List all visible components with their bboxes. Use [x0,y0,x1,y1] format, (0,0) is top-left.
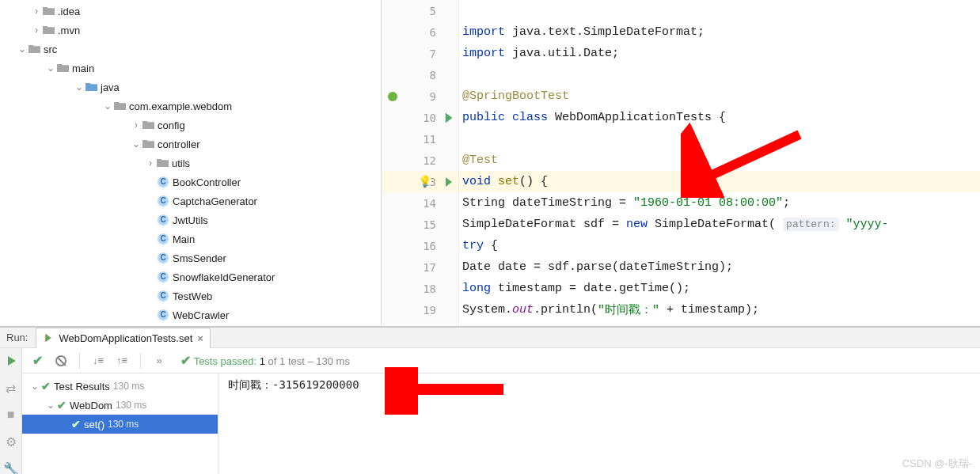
more-button[interactable]: » [150,352,168,370]
code-editor[interactable]: 5 6 7 8 9 10 11 12 13 14 15 16 17 18 19 … [382,0,980,326]
toggle-button[interactable]: ⇄ [3,380,19,396]
tree-node-mvn[interactable]: ›.mvn [0,21,381,40]
test-method-node[interactable]: ✔set()130 ms [22,415,218,434]
tree-file[interactable]: Main [0,229,381,248]
watermark: CSDN @-耿瑞- [902,457,972,471]
run-left-toolbar: ⇄ ■ ⚙ 🔧 [0,348,22,474]
run-method-icon[interactable] [443,176,455,188]
bulb-icon[interactable]: 💡 [418,175,431,188]
tree-file[interactable]: JwtUtils [0,210,381,229]
tree-node-config[interactable]: ›config [0,116,381,135]
param-hint: pattern: [783,218,838,231]
code-content[interactable]: import java.text.SimpleDateFormat; impor… [459,0,980,326]
test-toolbar: ✔ ↓≡ ↑≡ » ✔ Tests passed: 1 of 1 test – … [22,348,980,374]
project-tree: ›.idea ›.mvn ⌄src ⌄main ⌄java ⌄com.examp… [0,0,382,326]
test-status: ✔ Tests passed: 1 of 1 test – 130 ms [180,353,350,368]
tree-node-main[interactable]: ⌄main [0,59,381,78]
tree-file[interactable]: BookController [0,173,381,191]
run-class-icon[interactable] [443,112,455,124]
test-class-node[interactable]: ⌄✔WebDom130 ms [22,396,218,415]
run-tool-window: Run: WebDomApplicationTests.set × ⇄ ■ ⚙ … [0,326,980,474]
run-tab[interactable]: WebDomApplicationTests.set × [36,328,210,348]
settings-button[interactable]: 🔧 [3,461,19,474]
tree-node-controller[interactable]: ⌄controller [0,135,381,154]
rerun-button[interactable] [3,353,19,369]
layout-button[interactable]: ⚙ [3,434,19,449]
tree-node-utils[interactable]: ›utils [0,154,381,173]
tree-file[interactable]: SmsSender [0,248,381,267]
tree-file[interactable]: WebCrawler [0,305,381,324]
tree-node-idea[interactable]: ›.idea [0,2,381,21]
run-title: Run: [6,332,28,343]
spring-icon [386,90,399,103]
annotation-arrow [385,367,519,415]
close-icon[interactable]: × [197,332,203,344]
tree-file[interactable]: SnowflakeIdGenerator [0,267,381,286]
test-tree: ⌄✔Test Results130 ms ⌄✔WebDom130 ms ✔set… [22,374,218,474]
tree-node-package[interactable]: ⌄com.example.webdom [0,97,381,116]
tree-node-java[interactable]: ⌄java [0,78,381,97]
test-config-icon [43,332,54,343]
run-header: Run: WebDomApplicationTests.set × [0,328,980,348]
expand-button[interactable]: ↑≡ [113,352,131,370]
tree-file[interactable]: TestWeb [0,286,381,305]
tree-file[interactable]: CaptchaGenerator [0,191,381,210]
show-passed-button[interactable]: ✔ [28,352,46,370]
svg-point-0 [388,92,397,101]
tree-node-src[interactable]: ⌄src [0,40,381,59]
show-ignored-button[interactable] [52,352,70,370]
console-output[interactable]: 时间戳：-315619200000 [218,374,980,474]
sort-button[interactable]: ↓≡ [89,352,107,370]
stop-button[interactable]: ■ [3,407,19,423]
editor-gutter: 5 6 7 8 9 10 11 12 13 14 15 16 17 18 19 [382,0,459,326]
test-results-root[interactable]: ⌄✔Test Results130 ms [22,377,218,396]
